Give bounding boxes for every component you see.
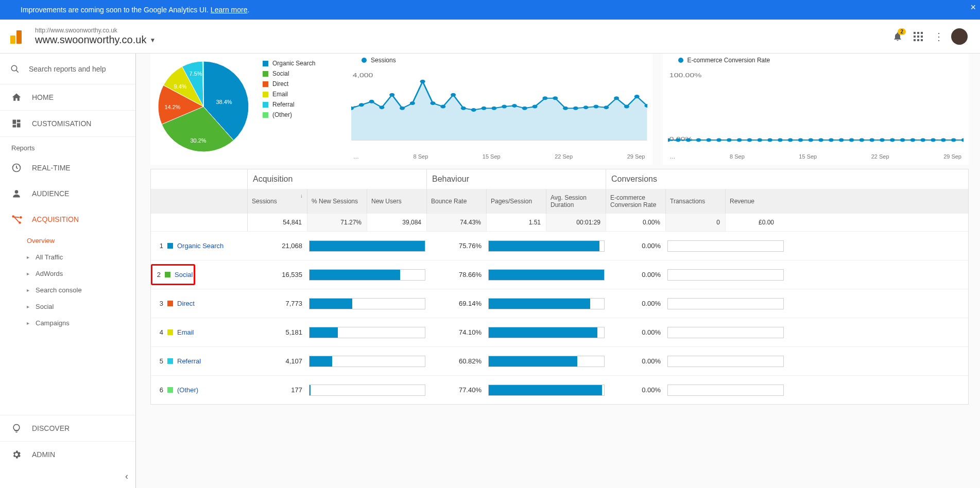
nav-discover[interactable]: DISCOVER: [0, 415, 135, 441]
banner-learn-more-link[interactable]: Learn more: [211, 6, 248, 14]
site-url: http://www.swoonworthy.co.uk: [35, 27, 156, 34]
sessions-value: 21,068: [248, 242, 307, 250]
sidebar-item-overview[interactable]: Overview: [0, 232, 135, 249]
sidebar-item-campaigns[interactable]: ▸Campaigns: [0, 315, 135, 331]
color-swatch-icon: [167, 329, 173, 335]
svg-point-37: [482, 107, 487, 110]
svg-point-44: [553, 96, 558, 100]
svg-point-62: [716, 138, 721, 142]
svg-point-9: [11, 65, 17, 71]
notifications-button[interactable]: 2: [887, 26, 908, 47]
svg-point-38: [491, 107, 496, 110]
dashboard-icon: [11, 118, 22, 129]
th-revenue[interactable]: Revenue: [726, 189, 779, 214]
th-avg-session-duration[interactable]: Avg. Session Duration: [546, 189, 606, 214]
svg-point-30: [410, 101, 415, 105]
apps-button[interactable]: [908, 26, 929, 47]
ecr-value: 0.00%: [606, 328, 666, 336]
channel-link[interactable]: Organic Search: [177, 242, 223, 250]
search-reports[interactable]: Search reports and help: [0, 54, 135, 84]
svg-point-33: [440, 105, 445, 109]
svg-rect-8: [921, 39, 923, 41]
acquisition-icon: [11, 214, 22, 224]
th-ecr[interactable]: E-commerce Conversion Rate: [606, 189, 666, 214]
channel-link[interactable]: Direct: [177, 300, 195, 307]
report-content: 38.4%30.2%14.2%9.4%7.5% Organic SearchSo…: [136, 54, 980, 488]
channel-link[interactable]: Referral: [177, 357, 201, 365]
svg-point-41: [522, 107, 527, 110]
sidebar-item-adwords[interactable]: ▸AdWords: [0, 265, 135, 282]
svg-rect-7: [917, 39, 919, 41]
svg-point-12: [15, 190, 19, 194]
sidebar-item-all-traffic[interactable]: ▸All Traffic: [0, 249, 135, 265]
bounce-value: 75.76%: [427, 242, 487, 250]
more-button[interactable]: ⋮: [929, 26, 949, 47]
th-bounce-rate[interactable]: Bounce Rate: [427, 189, 487, 214]
svg-point-83: [931, 138, 936, 142]
svg-point-85: [951, 138, 956, 142]
svg-text:9.4%: 9.4%: [174, 83, 186, 90]
svg-point-69: [787, 138, 793, 142]
nav-admin[interactable]: ADMIN: [0, 442, 135, 467]
th-new-users[interactable]: New Users: [367, 189, 427, 214]
svg-point-74: [838, 138, 844, 142]
search-placeholder: Search reports and help: [29, 65, 106, 73]
swatch-icon: [263, 102, 268, 108]
sidebar-item-search-console[interactable]: ▸Search console: [0, 282, 135, 298]
channel-link[interactable]: (Other): [177, 386, 198, 394]
dot-icon: [362, 58, 367, 63]
color-swatch-icon: [167, 243, 173, 249]
sidebar-item-social[interactable]: ▸Social: [0, 298, 135, 315]
ga-logo: [10, 29, 25, 44]
th-pages-session[interactable]: Pages/Session: [487, 189, 546, 214]
th-sessions[interactable]: Sessions↓: [248, 189, 307, 214]
svg-point-65: [747, 138, 752, 142]
th-transactions[interactable]: Transactions: [666, 189, 726, 214]
th-group-conversions: Conversions: [606, 169, 968, 189]
svg-point-32: [430, 101, 435, 105]
summary-new-sessions: 71.27%: [307, 214, 367, 231]
svg-point-45: [563, 107, 568, 110]
nav-home[interactable]: HOME: [0, 84, 135, 110]
color-swatch-icon: [165, 272, 170, 277]
svg-point-26: [369, 100, 374, 103]
table-row: 2Social16,53578.66%0.00%: [151, 260, 968, 289]
channel-link[interactable]: Email: [177, 328, 194, 336]
color-swatch-icon: [167, 301, 173, 306]
th-new-sessions[interactable]: % New Sessions: [307, 189, 367, 214]
collapse-sidebar-button[interactable]: ‹: [125, 471, 128, 482]
nav-acquisition[interactable]: ACQUISITION: [0, 206, 135, 232]
notification-banner: Improvements are coming soon to the Goog…: [0, 0, 980, 20]
svg-rect-6: [914, 39, 916, 41]
svg-point-68: [777, 138, 782, 142]
nav-customisation[interactable]: CUSTOMISATION: [0, 111, 135, 136]
svg-text:38.4%: 38.4%: [216, 99, 232, 105]
svg-point-52: [634, 95, 640, 98]
svg-rect-4: [917, 36, 919, 38]
account-button[interactable]: [949, 26, 970, 47]
svg-point-28: [389, 93, 394, 97]
svg-point-61: [706, 138, 711, 142]
pie-legend: Organic SearchSocialDirectEmailReferral(…: [263, 60, 315, 161]
apps-icon: [914, 32, 923, 41]
table-header-row: Sessions↓ % New Sessions New Users Bounc…: [151, 189, 968, 214]
bounce-bar: [487, 269, 606, 281]
dot-icon: [678, 58, 683, 63]
bounce-value: 74.10%: [427, 328, 487, 336]
legend-item: Organic Search: [263, 60, 315, 67]
svg-text:100.00%: 100.00%: [669, 72, 701, 78]
nav-realtime[interactable]: REAL-TIME: [0, 155, 135, 181]
svg-point-72: [818, 138, 823, 142]
pie-chart-card: 38.4%30.2%14.2%9.4%7.5% Organic SearchSo…: [150, 54, 346, 165]
ecr-bar: [666, 298, 785, 309]
legend-item: Referral: [263, 101, 315, 108]
table-row: 3Direct7,77369.14%0.00%: [151, 289, 968, 318]
nav-realtime-label: REAL-TIME: [32, 164, 71, 172]
summary-bounce: 74.43%: [427, 214, 487, 231]
nav-audience[interactable]: AUDIENCE: [0, 181, 135, 206]
channel-link[interactable]: Social: [175, 271, 193, 278]
summary-trans: 0: [666, 214, 726, 231]
close-icon[interactable]: ×: [970, 2, 976, 13]
nav-audience-label: AUDIENCE: [32, 189, 69, 198]
property-selector[interactable]: http://www.swoonworthy.co.uk www.swoonwo…: [35, 27, 156, 46]
